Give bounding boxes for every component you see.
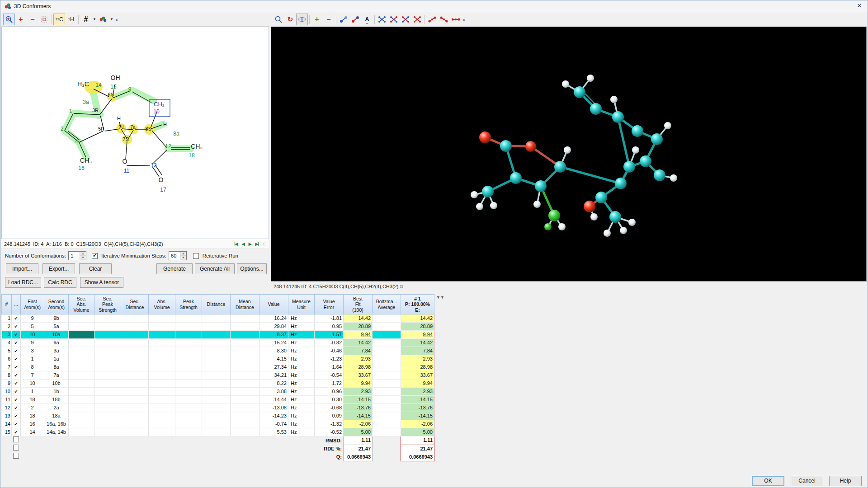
cell-blank[interactable] — [94, 371, 121, 380]
cell-blank[interactable] — [202, 371, 231, 380]
cell-blank[interactable] — [69, 371, 94, 380]
cell-boltzmann[interactable] — [373, 371, 401, 380]
generate-all-button[interactable]: Generate All — [195, 263, 235, 274]
cell-blank[interactable] — [69, 380, 94, 388]
cell-blank[interactable] — [231, 420, 259, 428]
cell-blank[interactable] — [94, 355, 121, 363]
cell-value[interactable]: 3.88 — [259, 388, 288, 396]
viewer-3d[interactable] — [271, 27, 867, 282]
table-row[interactable]: 4✔99a15.24Hz-0.8214.4214.42 — [2, 339, 434, 347]
cell-first[interactable]: 1 — [21, 388, 44, 396]
cell-blank[interactable] — [69, 323, 94, 331]
cell-value[interactable]: 4.15 — [259, 355, 288, 363]
cell-blank[interactable] — [149, 314, 175, 323]
cell-blank[interactable] — [94, 331, 121, 339]
cell-blank[interactable] — [202, 428, 231, 436]
cell-check[interactable]: ✔ — [12, 396, 21, 404]
cell-best-fit[interactable]: -13.76 — [344, 404, 373, 412]
cell-index[interactable]: 2 — [2, 323, 12, 331]
cell-boltzmann[interactable] — [373, 396, 401, 404]
cell-blank[interactable] — [202, 331, 231, 339]
cell-check[interactable]: ✔ — [12, 428, 21, 436]
cell-blank[interactable] — [175, 412, 202, 420]
cell-error[interactable]: -1.23 — [315, 355, 344, 363]
iterative-minimization-checkbox[interactable] — [92, 253, 98, 259]
cell-blank[interactable] — [69, 355, 94, 363]
bond-angle-icon[interactable] — [349, 14, 361, 25]
structure-2d[interactable]: H₃C14OH156S93aCH₂103R1H5R5a7a8SH8a27S12C… — [2, 27, 269, 239]
cell-value[interactable]: 27.34 — [259, 363, 288, 371]
cell-error[interactable]: -1.81 — [315, 314, 344, 323]
footer-checkbox[interactable] — [13, 453, 19, 459]
cell-first[interactable]: 8 — [21, 363, 44, 371]
rdc-pair-red-icon[interactable] — [411, 14, 423, 25]
cell-blank[interactable] — [149, 388, 175, 396]
next-record-button[interactable]: ▶ — [247, 241, 253, 247]
cell-value[interactable]: 29.84 — [259, 323, 288, 331]
export-button[interactable]: Export... — [42, 263, 75, 274]
cell-best-fit[interactable]: 7.84 — [344, 347, 373, 355]
cell-value[interactable]: -14.23 — [259, 412, 288, 420]
cell-best-fit[interactable]: -14.15 — [344, 412, 373, 420]
cell-unit[interactable]: Hz — [288, 404, 315, 412]
title-bar[interactable]: 3D Conformers ✕ — [0, 0, 868, 12]
footer-checkbox[interactable] — [13, 436, 19, 442]
cell-best-fit[interactable]: 33.67 — [344, 371, 373, 380]
zoom-tool-button[interactable] — [3, 14, 15, 25]
table-row[interactable]: 15✔1414a, 14b5.53Hz-0.525.005.00 — [2, 428, 434, 436]
cell-blank[interactable] — [121, 380, 149, 388]
cell-index[interactable]: 9 — [2, 380, 12, 388]
cell-error[interactable]: -0.46 — [315, 347, 344, 355]
col-header-conformer-1[interactable]: # 1 P: 100.00% E: — [401, 295, 434, 314]
rdc-pair-mixed2-icon[interactable] — [400, 14, 411, 25]
table-row[interactable]: 5✔33a8.30Hz-0.467.847.84 — [2, 347, 434, 355]
cell-blank[interactable] — [121, 396, 149, 404]
cell-first[interactable]: 1 — [21, 355, 44, 363]
cell-second[interactable]: 14a, 14b — [44, 428, 69, 436]
load-rdc-button[interactable]: Load RDC... — [5, 277, 41, 288]
atom-label-icon[interactable]: A~ — [361, 14, 373, 25]
cell-second[interactable]: 18a — [44, 412, 69, 420]
cell-blank[interactable] — [202, 420, 231, 428]
cell-conformer-1[interactable]: 14.42 — [401, 339, 434, 347]
cell-unit[interactable]: Hz — [288, 420, 315, 428]
cell-index[interactable]: 4 — [2, 339, 12, 347]
cell-blank[interactable] — [149, 371, 175, 380]
cell-unit[interactable]: Hz — [288, 339, 315, 347]
cell-blank[interactable] — [69, 420, 94, 428]
zoom-out-3d-button[interactable]: − — [323, 14, 335, 25]
cell-boltzmann[interactable] — [373, 388, 401, 396]
table-row[interactable]: 9✔1010b8.22Hz1.729.949.94 — [2, 380, 434, 388]
cell-blank[interactable] — [231, 428, 259, 436]
cell-blank[interactable] — [202, 355, 231, 363]
cell-blank[interactable] — [231, 339, 259, 347]
col-header-mean-dist[interactable]: Mean Distance — [231, 295, 259, 314]
cell-blank[interactable] — [175, 371, 202, 380]
rdc-pair-blue-icon[interactable] — [376, 14, 388, 25]
cell-blank[interactable] — [149, 420, 175, 428]
iterative-steps-value[interactable]: 60 — [169, 252, 180, 260]
cell-blank[interactable] — [121, 371, 149, 380]
cell-conformer-1[interactable]: -13.76 — [401, 404, 434, 412]
table-row[interactable]: 10✔11b3.88Hz-0.962.932.93 — [2, 388, 434, 396]
cell-value[interactable]: 15.24 — [259, 339, 288, 347]
cell-blank[interactable] — [175, 380, 202, 388]
cell-blank[interactable] — [175, 355, 202, 363]
cell-conformer-1[interactable]: -2.06 — [401, 420, 434, 428]
col-header-first-atoms[interactable]: First Atom(s) — [21, 295, 44, 314]
toolbar-overflow-icon[interactable]: » — [114, 18, 120, 20]
cell-blank[interactable] — [231, 355, 259, 363]
stepper-arrows-icon[interactable]: ▲▼ — [80, 252, 86, 260]
cell-second[interactable]: 10b — [44, 380, 69, 388]
cell-blank[interactable] — [175, 323, 202, 331]
table-row[interactable]: 8✔77a34.21Hz-0.5433.6733.67 — [2, 371, 434, 380]
cell-conformer-1[interactable]: 9.94 — [401, 380, 434, 388]
cell-blank[interactable] — [175, 428, 202, 436]
cell-value[interactable]: 8.37 — [259, 331, 288, 339]
cell-boltzmann[interactable] — [373, 331, 401, 339]
col-header-sec-dist[interactable]: Sec. Distance — [121, 295, 149, 314]
cell-blank[interactable] — [231, 404, 259, 412]
cell-blank[interactable] — [149, 347, 175, 355]
col-header-abs-vol[interactable]: Abs. Volume — [149, 295, 175, 314]
cell-blank[interactable] — [149, 404, 175, 412]
